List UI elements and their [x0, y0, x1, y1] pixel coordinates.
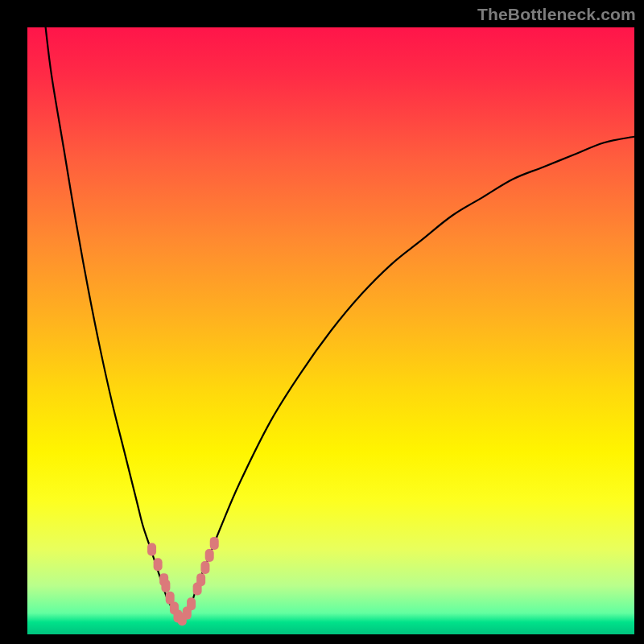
chart-frame: TheBottleneck.com: [0, 0, 644, 644]
marker-point: [154, 558, 163, 571]
marker-point: [147, 543, 156, 555]
markers-layer: [147, 537, 219, 625]
marker-point: [200, 561, 209, 574]
marker-point: [196, 573, 205, 586]
curves-layer: [46, 27, 634, 622]
curve-right-branch: [180, 137, 635, 622]
marker-point: [210, 537, 219, 550]
watermark-text: TheBottleneck.com: [477, 5, 636, 24]
plot-area: [27, 27, 634, 634]
chart-svg: [27, 27, 634, 634]
curve-left-branch: [46, 27, 180, 622]
marker-point: [187, 597, 196, 610]
marker-point: [161, 580, 170, 592]
marker-point: [205, 549, 214, 562]
